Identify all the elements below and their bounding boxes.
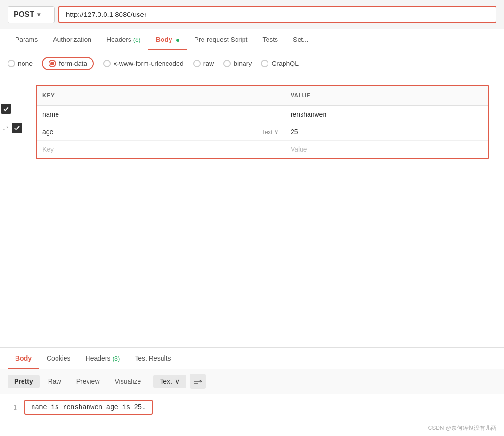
response-code-content: name is renshanwen age is 25.: [24, 400, 153, 415]
option-graphql[interactable]: GraphQL: [261, 60, 299, 67]
option-urlencoded-label: x-www-form-urlencoded: [114, 60, 184, 67]
body-dot: [176, 39, 179, 42]
row1-icons: [1, 99, 22, 118]
wrap-icon: [194, 378, 202, 385]
row1-value-cell[interactable]: [285, 106, 488, 123]
response-body: 1 name is renshanwen age is 25.: [0, 394, 504, 420]
row1-key-cell[interactable]: [37, 106, 285, 123]
type-dropdown[interactable]: Text ∨: [261, 129, 279, 136]
format-bar: Pretty Raw Preview Visualize Text ∨: [0, 369, 504, 394]
response-tab-cookies[interactable]: Cookies: [39, 348, 78, 369]
tab-authorization[interactable]: Authorization: [45, 29, 99, 50]
empty-value-placeholder[interactable]: Value: [285, 141, 488, 158]
tab-headers[interactable]: Headers (8): [99, 29, 148, 50]
option-binary-label: binary: [234, 60, 252, 67]
tab-body[interactable]: Body: [148, 29, 187, 50]
response-section: Body Cookies Headers (3) Test Results Pr…: [0, 347, 504, 436]
tab-pre-request[interactable]: Pre-request Script: [187, 29, 255, 50]
option-form-data-label: form-data: [59, 60, 87, 67]
watermark: CSDN @奈何碎银没有几两: [0, 420, 504, 436]
empty-key-placeholder[interactable]: Key: [37, 141, 285, 158]
type-label: Text: [261, 129, 273, 136]
table-row: Text ∨: [37, 123, 488, 141]
url-bar: POST ▾ http://127.0.0.1:8080/user: [0, 0, 504, 29]
row1-checkbox[interactable]: [1, 104, 11, 114]
method-label: POST: [14, 10, 34, 19]
wrap-button[interactable]: [190, 374, 206, 389]
response-tab-headers[interactable]: Headers (3): [78, 348, 128, 369]
format-raw[interactable]: Raw: [41, 375, 68, 388]
type-chevron: ∨: [274, 129, 279, 136]
row2-value-cell[interactable]: [285, 123, 488, 140]
row2-key-input[interactable]: [42, 128, 258, 136]
tab-settings[interactable]: Set...: [285, 29, 316, 50]
col-value-header: VALUE: [285, 89, 488, 102]
option-none[interactable]: none: [8, 60, 33, 67]
row2-key-cell[interactable]: Text ∨: [37, 123, 285, 140]
row1-value-input[interactable]: [291, 111, 482, 118]
headers-badge: (8): [133, 36, 141, 43]
method-chevron: ▾: [37, 11, 40, 18]
row1-key-input[interactable]: [42, 111, 279, 118]
form-table-header: KEY VALUE: [37, 86, 488, 106]
table-row: [37, 106, 488, 123]
text-format-dropdown[interactable]: Text ∨: [153, 375, 186, 388]
option-binary[interactable]: binary: [223, 60, 252, 67]
form-table-wrapper: KEY VALUE Text ∨: [36, 85, 489, 159]
option-urlencoded[interactable]: x-www-form-urlencoded: [103, 60, 184, 67]
form-empty-row: Key Value: [37, 141, 488, 158]
format-pretty[interactable]: Pretty: [8, 375, 40, 388]
form-table-area: ⇌ KEY VALUE: [28, 81, 496, 163]
text-format-chevron: ∨: [175, 378, 179, 385]
line-number-1: 1: [8, 404, 17, 411]
option-graphql-label: GraphQL: [271, 60, 299, 67]
tab-tests[interactable]: Tests: [255, 29, 285, 50]
radio-raw: [193, 60, 201, 67]
option-form-data[interactable]: form-data: [42, 57, 94, 70]
radio-graphql: [261, 60, 268, 67]
option-none-label: none: [18, 60, 33, 67]
radio-none: [8, 60, 15, 67]
row2-value-input[interactable]: [291, 128, 482, 136]
format-preview[interactable]: Preview: [70, 375, 106, 388]
option-raw[interactable]: raw: [193, 60, 214, 67]
response-tabs: Body Cookies Headers (3) Test Results: [0, 348, 504, 369]
col-key-header: KEY: [37, 89, 285, 102]
request-tabs: Params Authorization Headers (8) Body Pr…: [0, 29, 504, 50]
url-text: http://127.0.0.1:8080/user: [66, 10, 146, 18]
row2-drag-handle[interactable]: ⇌: [1, 123, 10, 132]
radio-form-data: [49, 60, 56, 67]
option-raw-label: raw: [203, 60, 214, 67]
response-headers-badge: (3): [112, 355, 120, 362]
code-line-1: 1 name is renshanwen age is 25.: [8, 400, 496, 415]
response-tab-test-results[interactable]: Test Results: [127, 348, 178, 369]
response-tab-body[interactable]: Body: [8, 348, 39, 369]
row2-checkbox[interactable]: [12, 123, 22, 133]
body-options: none form-data x-www-form-urlencoded raw…: [0, 50, 504, 77]
radio-urlencoded: [103, 60, 111, 67]
tab-params[interactable]: Params: [8, 29, 45, 50]
method-selector[interactable]: POST ▾: [8, 6, 55, 23]
left-icons: ⇌: [1, 99, 22, 137]
url-input[interactable]: http://127.0.0.1:8080/user: [58, 6, 496, 23]
radio-binary: [223, 60, 231, 67]
format-visualize[interactable]: Visualize: [108, 375, 148, 388]
row2-icons: ⇌: [1, 118, 22, 137]
text-format-label: Text: [160, 378, 172, 385]
